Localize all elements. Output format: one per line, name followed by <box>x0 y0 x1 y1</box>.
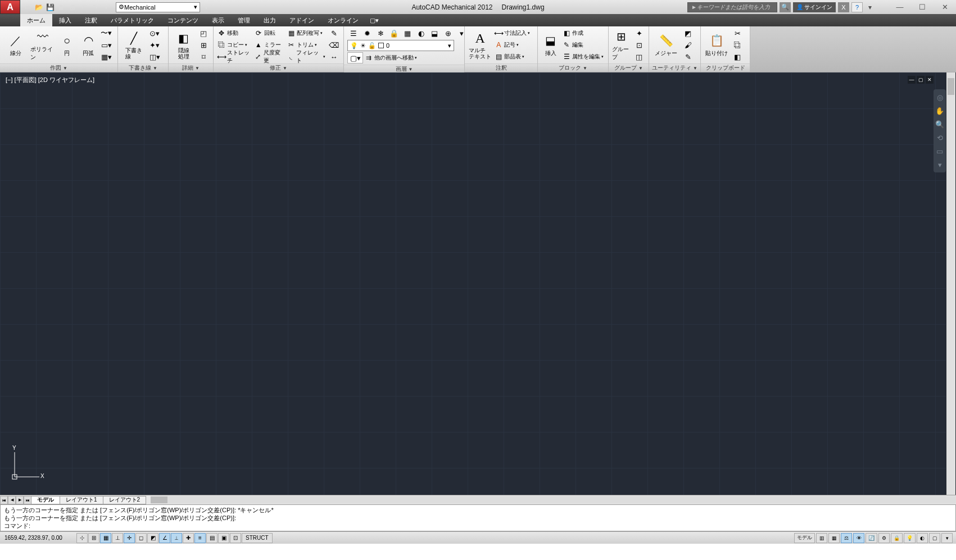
tab-model[interactable]: モデル <box>31 496 60 504</box>
qat-saveas-icon[interactable]: 🗎 <box>56 2 66 12</box>
qat-undo-icon[interactable]: ↶ <box>79 2 89 12</box>
qat-more-icon[interactable]: ▾ <box>101 2 111 12</box>
help-dropdown[interactable]: ▾ <box>865 2 875 12</box>
construction-line-button[interactable]: ╱下書き 線 <box>121 28 146 62</box>
polyline-button[interactable]: 〰ポリライン <box>30 28 55 62</box>
workspace-dropdown[interactable]: ⚙ Mechanical ▾ <box>116 2 200 12</box>
sb-lwt[interactable]: ≡ <box>194 533 206 543</box>
tab-manage[interactable]: 管理 <box>231 14 257 26</box>
copy-clip-icon[interactable]: ⿻ <box>731 39 744 51</box>
sb-tpy[interactable]: ▤ <box>206 533 218 543</box>
viewport-maximize[interactable]: ▢ <box>917 76 925 84</box>
dimension-button[interactable]: ⟷寸法記入▾ <box>494 28 534 39</box>
util-i3[interactable]: ✎ <box>682 51 694 62</box>
move-to-layer-button[interactable]: ⇉他の画層へ移動▾ <box>364 52 417 63</box>
sb-sc[interactable]: ⊡ <box>230 533 241 543</box>
nav-more-icon[interactable]: ▾ <box>935 160 944 169</box>
util-i1[interactable]: ◩ <box>682 28 694 39</box>
sb-qview-drawings-icon[interactable]: ▦ <box>828 533 840 543</box>
window-minimize[interactable]: — <box>889 1 911 13</box>
vertical-scrollbar[interactable] <box>946 72 955 495</box>
qat-new-icon[interactable]: ▭ <box>22 2 33 12</box>
xline-point-icon[interactable]: ⊙▾ <box>148 28 161 39</box>
tab-content[interactable]: コンテンツ <box>161 14 205 26</box>
sb-annoauto-icon[interactable]: 🔄 <box>866 533 877 543</box>
sb-struct[interactable]: STRUCT <box>242 533 273 543</box>
panel-title-draw[interactable]: 作図 <box>50 64 61 72</box>
detail-icon-2[interactable]: ⊞ <box>197 39 210 51</box>
tab-parametric[interactable]: パラメトリック <box>104 14 161 26</box>
nav-pan-icon[interactable]: ✋ <box>935 106 944 115</box>
tab-addin[interactable]: アドイン <box>283 14 321 26</box>
layer-i4[interactable]: 🔒 <box>388 28 400 39</box>
group-button[interactable]: ⊞グループ <box>612 28 631 62</box>
panel-title-layer[interactable]: 画層 <box>396 65 407 73</box>
erase-icon[interactable]: ⌫ <box>328 39 340 51</box>
tab-insert[interactable]: 挿入 <box>52 14 78 26</box>
group-sel-icon[interactable]: ◫ <box>633 51 645 62</box>
layer-i8[interactable]: ⊕ <box>442 28 454 39</box>
group-edit-icon[interactable]: ⊡ <box>633 39 645 51</box>
window-close[interactable]: ✕ <box>934 1 956 13</box>
ribbon-minimize-icon[interactable]: ▢▾ <box>370 14 379 26</box>
panel-title-block[interactable]: ブロック <box>559 64 581 72</box>
spline-icon[interactable]: 〜▾ <box>100 28 112 39</box>
tab-view[interactable]: 表示 <box>205 14 231 26</box>
exchange-icon[interactable]: X <box>838 2 849 12</box>
layer-i7[interactable]: ⬓ <box>428 28 441 39</box>
sb-infer[interactable]: ⊹ <box>76 533 88 543</box>
sb-lock-icon[interactable]: 🔒 <box>891 533 903 543</box>
sb-annovisibility-icon[interactable]: 👁 <box>853 533 864 543</box>
cut-icon[interactable]: ✂ <box>731 28 744 39</box>
window-maximize[interactable]: ☐ <box>911 1 934 13</box>
move-button[interactable]: ✥移動 <box>217 28 252 39</box>
coordinates-display[interactable]: 1659.42, 2328.97, 0.00 <box>0 535 73 541</box>
tab-layout1[interactable]: レイアウト1 <box>60 496 103 504</box>
help-icon[interactable]: ? <box>851 2 863 12</box>
sb-qp[interactable]: ▣ <box>218 533 229 543</box>
edit-block-button[interactable]: ✎編集 <box>562 39 605 51</box>
circle-button[interactable]: ○円 <box>57 28 76 62</box>
viewport-label[interactable]: [−] [平面図] [2D ワイヤフレーム] <box>6 76 94 84</box>
nav-wheel-icon[interactable]: ◎ <box>935 93 944 102</box>
nav-showui-icon[interactable]: ▭ <box>935 147 944 156</box>
panel-title-modify[interactable]: 修正 <box>270 64 281 72</box>
ungroup-icon[interactable]: ✦ <box>633 28 645 39</box>
layer-dropdown[interactable]: 💡☀🔓 0 ▾ <box>347 40 454 51</box>
layer-i3[interactable]: ❄ <box>374 28 387 39</box>
qat-save-icon[interactable]: 💾 <box>45 2 55 12</box>
tab-online[interactable]: オンライン <box>321 14 365 26</box>
stretch-button[interactable]: ⟷ストレッチ <box>217 51 252 62</box>
sb-polar[interactable]: ✛ <box>124 533 135 543</box>
app-menu-button[interactable]: A <box>0 0 20 14</box>
sb-3dosnap[interactable]: ◩ <box>147 533 158 543</box>
array-button[interactable]: ▦配列複写▾ <box>287 28 325 39</box>
viewport-close[interactable]: ✕ <box>926 76 934 84</box>
measure-button[interactable]: 📏メジャー <box>653 28 679 62</box>
scale-button[interactable]: ⤢尺度変更 <box>254 51 285 62</box>
tab-output[interactable]: 出力 <box>257 14 283 26</box>
tab-nav-next[interactable]: ▶ <box>16 496 24 504</box>
tab-nav-prev[interactable]: ◀ <box>8 496 16 504</box>
tab-home[interactable]: ホーム <box>20 14 52 26</box>
xline-proj-icon[interactable]: ◫▾ <box>148 51 161 62</box>
sb-grid[interactable]: ▦ <box>100 533 111 543</box>
tab-annotate[interactable]: 注釈 <box>78 14 104 26</box>
qat-dropdown-icon[interactable]: ▾ <box>201 2 211 12</box>
sb-tray-dropdown[interactable]: ▾ <box>941 533 953 543</box>
qat-print-icon[interactable]: 🖨 <box>67 2 78 12</box>
panel-title-group[interactable]: グループ <box>614 64 637 72</box>
sb-otrack[interactable]: ∠ <box>159 533 170 543</box>
command-line[interactable]: もう一方のコーナーを指定 または [フェンス(F)/ポリゴン窓(WP)/ポリゴン… <box>0 504 956 531</box>
sb-qview-layouts-icon[interactable]: ▥ <box>816 533 827 543</box>
infocenter-btn[interactable]: 🔍 <box>780 2 791 12</box>
qat-redo-icon[interactable]: ↷ <box>90 2 100 12</box>
cmd-prompt[interactable]: コマンド: <box>4 522 952 530</box>
util-i2[interactable]: 🖌 <box>682 39 694 51</box>
symbol-button[interactable]: A記号▾ <box>494 39 534 51</box>
sb-ducs[interactable]: ⟂ <box>171 533 182 543</box>
nav-orbit-icon[interactable]: ⟲ <box>935 133 944 142</box>
panel-title-detail[interactable]: 詳細 <box>182 64 193 72</box>
sb-dyn[interactable]: ✚ <box>183 533 194 543</box>
sb-ortho[interactable]: ⊥ <box>112 533 123 543</box>
